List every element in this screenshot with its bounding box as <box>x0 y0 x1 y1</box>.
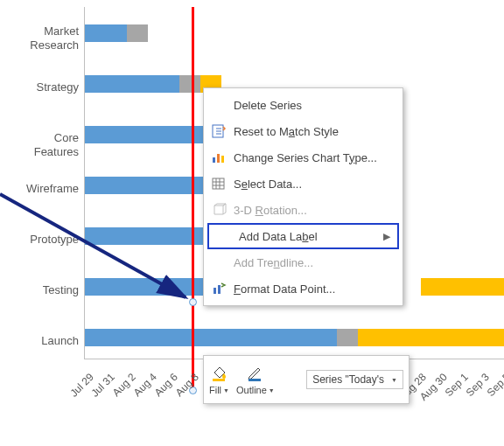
svg-rect-7 <box>218 285 220 294</box>
y-label: Launch <box>9 334 79 348</box>
svg-rect-9 <box>248 379 261 381</box>
svg-rect-2 <box>213 157 215 163</box>
chevron-down-icon: ▼ <box>269 387 275 394</box>
bar-completed[interactable] <box>85 75 179 93</box>
series-selector[interactable]: Series "Today's ▼ <box>306 370 403 389</box>
y-label: Testing <box>9 283 79 297</box>
bar-inprogress[interactable] <box>337 329 358 346</box>
y-label: Wireframe <box>9 182 79 196</box>
menu-format-data-point[interactable]: Format Data Point... <box>204 275 402 302</box>
y-label: Prototype <box>9 233 79 247</box>
menu-reset-match-style[interactable]: Reset to Match Style <box>204 118 402 144</box>
svg-rect-3 <box>217 154 220 163</box>
bar-completed[interactable] <box>85 24 127 42</box>
y-axis-line <box>84 7 85 359</box>
bar-inprogress[interactable] <box>179 75 200 93</box>
reset-icon <box>209 122 228 141</box>
svg-rect-8 <box>213 379 225 381</box>
menu-label: Reset to Match Style <box>234 125 396 138</box>
select-data-icon <box>209 174 228 193</box>
bar-remaining[interactable] <box>421 278 504 296</box>
menu-label: Add Trendline... <box>234 256 396 269</box>
menu-label: 3-D Rotation... <box>234 204 396 217</box>
today-line[interactable] <box>192 7 194 392</box>
svg-rect-5 <box>213 178 224 189</box>
svg-rect-4 <box>221 156 224 163</box>
y-label: Market Research <box>9 24 79 52</box>
menu-add-trendline: Add Trendline... <box>204 249 402 275</box>
today-data-point[interactable] <box>189 298 197 306</box>
menu-change-chart-type[interactable]: Change Series Chart Type... <box>204 144 402 171</box>
mini-toolbar: Fill▼ Outline▼ Series "Today's ▼ <box>203 355 410 404</box>
fill-bucket-icon <box>210 364 229 383</box>
fill-label: Fill <box>209 385 221 395</box>
bar-inprogress[interactable] <box>127 24 148 42</box>
fill-button[interactable]: Fill▼ <box>209 364 229 395</box>
chevron-down-icon: ▼ <box>391 377 397 383</box>
menu-label: Change Series Chart Type... <box>234 151 396 164</box>
series-label: Series "Today's <box>312 373 384 386</box>
blank-icon <box>209 95 228 115</box>
svg-rect-6 <box>214 288 216 294</box>
outline-pen-icon <box>246 364 265 383</box>
bar-completed[interactable] <box>85 329 337 346</box>
rotate-3d-icon <box>209 200 228 220</box>
format-icon <box>209 279 228 298</box>
context-menu: Delete Series Reset to Match Style Chang… <box>203 87 403 306</box>
blank-icon <box>209 253 228 272</box>
outline-button[interactable]: Outline▼ <box>236 364 275 395</box>
menu-label: Format Data Point... <box>234 282 396 296</box>
menu-label: Select Data... <box>234 178 396 191</box>
chart-type-icon <box>209 148 228 167</box>
blank-icon <box>214 226 234 246</box>
chevron-down-icon: ▼ <box>223 387 229 394</box>
menu-label: Delete Series <box>234 99 396 112</box>
menu-label: Add Data Label <box>239 230 383 243</box>
menu-delete-series[interactable]: Delete Series <box>204 92 402 118</box>
chevron-right-icon: ▶ <box>383 231 390 242</box>
bar-remaining[interactable] <box>358 329 504 346</box>
menu-select-data[interactable]: Select Data... <box>204 171 402 197</box>
outline-label: Outline <box>236 385 267 395</box>
menu-3d-rotation: 3-D Rotation... <box>204 197 402 223</box>
y-label: Core Features <box>9 131 79 158</box>
y-label: Strategy <box>9 80 79 94</box>
menu-add-data-label[interactable]: Add Data Label ▶ <box>207 223 399 249</box>
